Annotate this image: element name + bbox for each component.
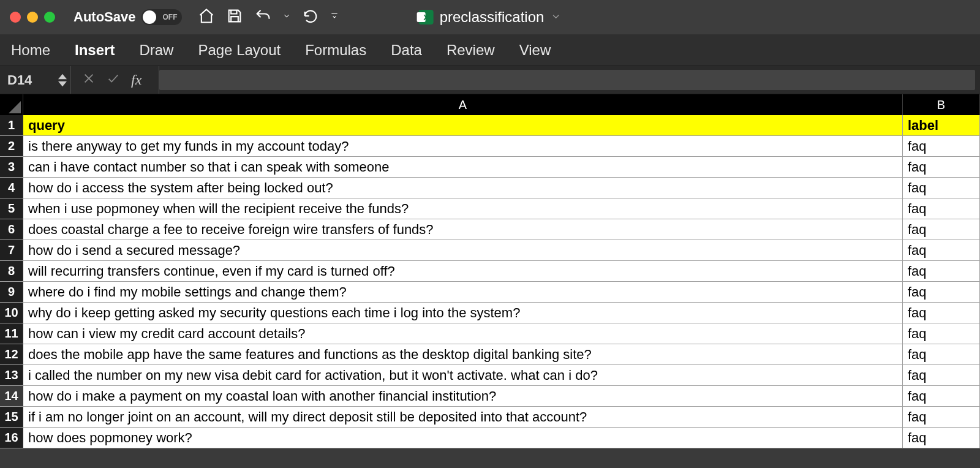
name-box-value: D14 [7, 72, 32, 88]
save-icon[interactable] [226, 7, 243, 27]
table-row: 6does coastal charge a fee to receive fo… [0, 219, 980, 240]
header-cell-query[interactable]: query [23, 115, 903, 135]
table-header-row: 1 query label [0, 115, 980, 136]
ribbon-tab-page-layout[interactable]: Page Layout [198, 42, 281, 59]
cell-label[interactable]: faq [903, 282, 980, 302]
table-row: 5when i use popmoney when will the recip… [0, 198, 980, 219]
column-header-B[interactable]: B [903, 94, 980, 115]
table-row: 3can i have contact number so that i can… [0, 157, 980, 178]
cell-query[interactable]: if i am no longer joint on an account, w… [23, 407, 903, 427]
row-number[interactable]: 14 [0, 386, 23, 406]
cell-query[interactable]: how does popmoney work? [23, 428, 903, 448]
ribbon-tab-insert[interactable]: Insert [75, 42, 115, 59]
ribbon-tabs: HomeInsertDrawPage LayoutFormulasDataRev… [0, 34, 980, 66]
select-all-corner[interactable] [0, 94, 23, 115]
table-row: 11how can i view my credit card account … [0, 323, 980, 344]
table-row: 9where do i find my mobile settings and … [0, 282, 980, 303]
row-number[interactable]: 8 [0, 261, 23, 281]
cell-query[interactable]: does the mobile app have the same featur… [23, 344, 903, 364]
ribbon-tab-draw[interactable]: Draw [139, 42, 173, 59]
row-number[interactable]: 1 [0, 115, 23, 135]
undo-icon[interactable] [254, 7, 271, 27]
cell-query[interactable]: when i use popmoney when will the recipi… [23, 198, 903, 219]
row-number[interactable]: 7 [0, 240, 23, 260]
row-number[interactable]: 13 [0, 365, 23, 385]
column-header-A[interactable]: A [23, 94, 903, 115]
ribbon-tab-formulas[interactable]: Formulas [305, 42, 366, 59]
redo-icon[interactable] [302, 7, 319, 27]
cell-label[interactable]: faq [903, 178, 980, 198]
row-number[interactable]: 9 [0, 282, 23, 302]
qat-customize-icon[interactable] [330, 12, 339, 23]
cell-label[interactable]: faq [903, 386, 980, 406]
formula-bar-buttons: fx [71, 66, 159, 94]
undo-dropdown-icon[interactable] [282, 12, 291, 23]
document-name: preclassification [440, 9, 545, 26]
autosave-toggle[interactable]: OFF [141, 9, 182, 25]
ribbon-tab-review[interactable]: Review [447, 42, 495, 59]
cell-query[interactable]: i called the number on my new visa debit… [23, 365, 903, 385]
excel-file-icon: X [419, 10, 434, 25]
cell-query[interactable]: how do i send a secured message? [23, 240, 903, 260]
chevron-down-icon [58, 81, 67, 87]
cell-label[interactable]: faq [903, 136, 980, 156]
cell-query[interactable]: can i have contact number so that i can … [23, 157, 903, 177]
cell-label[interactable]: faq [903, 198, 980, 219]
ribbon-tab-data[interactable]: Data [391, 42, 422, 59]
formula-input[interactable] [159, 70, 975, 90]
cell-label[interactable]: faq [903, 365, 980, 385]
cell-label[interactable]: faq [903, 303, 980, 323]
minimize-window-button[interactable] [27, 12, 38, 23]
spreadsheet-grid: A B 1 query label 2is there anyway to ge… [0, 94, 980, 448]
formula-bar: D14 fx [0, 66, 980, 94]
table-row: 14how do i make a payment on my coastal … [0, 386, 980, 407]
cell-label[interactable]: faq [903, 407, 980, 427]
accept-formula-icon[interactable] [107, 72, 120, 89]
document-title-chevron-icon[interactable] [550, 9, 561, 26]
table-row: 7how do i send a secured message?faq [0, 240, 980, 261]
row-number[interactable]: 3 [0, 157, 23, 177]
cell-label[interactable]: faq [903, 344, 980, 364]
table-row: 2is there anyway to get my funds in my a… [0, 136, 980, 157]
row-number[interactable]: 12 [0, 344, 23, 364]
row-number[interactable]: 16 [0, 428, 23, 448]
cell-label[interactable]: faq [903, 219, 980, 240]
close-window-button[interactable] [10, 12, 21, 23]
ribbon-tab-view[interactable]: View [519, 42, 551, 59]
row-number[interactable]: 11 [0, 323, 23, 344]
autosave-control: AutoSave OFF [74, 9, 182, 25]
header-cell-label[interactable]: label [903, 115, 980, 135]
cell-query[interactable]: why do i keep getting asked my security … [23, 303, 903, 323]
name-box-stepper[interactable] [58, 74, 67, 87]
cell-query[interactable]: how do i access the system after being l… [23, 178, 903, 198]
row-number[interactable]: 6 [0, 219, 23, 240]
cell-label[interactable]: faq [903, 428, 980, 448]
cell-query[interactable]: where do i find my mobile settings and c… [23, 282, 903, 302]
home-icon[interactable] [198, 7, 215, 27]
row-number[interactable]: 2 [0, 136, 23, 156]
cell-label[interactable]: faq [903, 261, 980, 281]
cell-query[interactable]: does coastal charge a fee to receive for… [23, 219, 903, 240]
name-box[interactable]: D14 [0, 66, 71, 94]
cancel-formula-icon[interactable] [82, 72, 96, 89]
cell-label[interactable]: faq [903, 240, 980, 260]
cell-query[interactable]: is there anyway to get my funds in my ac… [23, 136, 903, 156]
cell-label[interactable]: faq [903, 157, 980, 177]
cell-label[interactable]: faq [903, 323, 980, 344]
row-number[interactable]: 15 [0, 407, 23, 427]
ribbon-tab-home[interactable]: Home [11, 42, 50, 59]
document-title[interactable]: X preclassification [419, 9, 562, 26]
fx-label[interactable]: fx [131, 72, 148, 88]
table-row: 15if i am no longer joint on an account,… [0, 407, 980, 428]
table-row: 16how does popmoney work?faq [0, 428, 980, 448]
row-number[interactable]: 5 [0, 198, 23, 219]
row-number[interactable]: 10 [0, 303, 23, 323]
cell-query[interactable]: how do i make a payment on my coastal lo… [23, 386, 903, 406]
cell-query[interactable]: how can i view my credit card account de… [23, 323, 903, 344]
maximize-window-button[interactable] [44, 12, 55, 23]
cell-query[interactable]: will recurring transfers continue, even … [23, 261, 903, 281]
column-headers: A B [0, 94, 980, 115]
row-number[interactable]: 4 [0, 178, 23, 198]
titlebar: AutoSave OFF X preclassification [0, 0, 980, 34]
autosave-label: AutoSave [74, 9, 135, 25]
